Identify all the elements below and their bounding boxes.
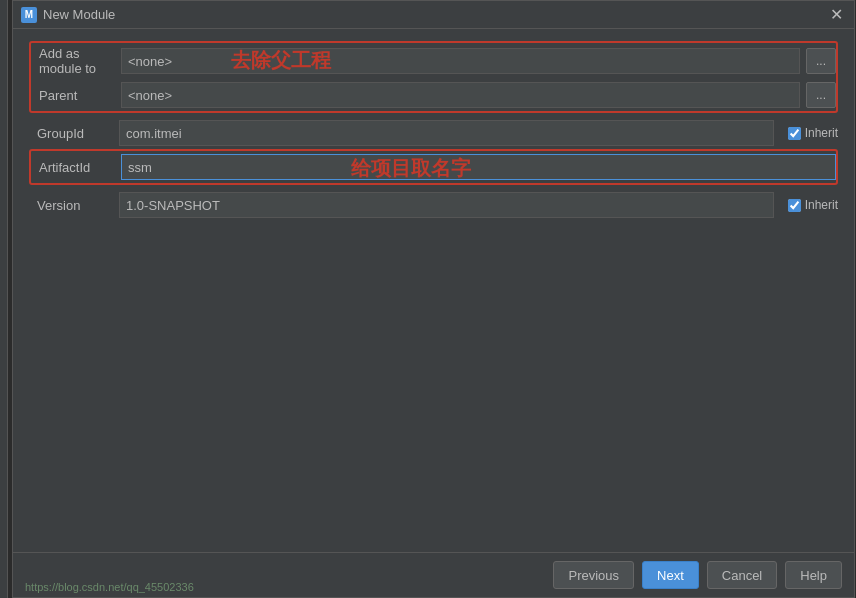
cancel-button[interactable]: Cancel — [707, 561, 777, 589]
groupid-row: GroupId Inherit — [29, 117, 838, 149]
version-inherit-wrap: Inherit — [788, 198, 838, 212]
artifactid-input[interactable] — [121, 154, 836, 180]
version-row: Version Inherit — [29, 189, 838, 221]
next-button[interactable]: Next — [642, 561, 699, 589]
add-as-module-row: Add as module to ... — [31, 43, 836, 79]
version-label: Version — [29, 198, 119, 213]
add-as-module-label: Add as module to — [31, 46, 121, 76]
artifactid-label: ArtifactId — [31, 160, 121, 175]
version-inherit-checkbox[interactable] — [788, 199, 801, 212]
dialog-title: New Module — [43, 7, 115, 22]
dialog-footer: https://blog.csdn.net/qq_45502336 Previo… — [13, 552, 854, 597]
artifactid-input-wrap — [121, 154, 836, 180]
close-button[interactable]: ✕ — [826, 5, 846, 25]
parent-label: Parent — [31, 88, 121, 103]
dialog-body: Add as module to ... Parent ... — [13, 29, 854, 552]
title-bar-left: M New Module — [21, 7, 115, 23]
version-inherit-label: Inherit — [805, 198, 838, 212]
groupid-label: GroupId — [29, 126, 119, 141]
groupid-input-wrap: Inherit — [119, 120, 838, 146]
previous-button[interactable]: Previous — [553, 561, 634, 589]
groupid-inherit-checkbox[interactable] — [788, 127, 801, 140]
groupid-input[interactable] — [119, 120, 774, 146]
artifactid-section: ArtifactId 给项目取名字 — [29, 149, 838, 185]
empty-content-area — [29, 221, 838, 540]
left-sidebar-strip — [0, 0, 8, 598]
add-as-module-browse-button[interactable]: ... — [806, 48, 836, 74]
footer-url: https://blog.csdn.net/qq_45502336 — [25, 581, 194, 593]
parent-row: Parent ... — [31, 79, 836, 111]
title-bar: M New Module ✕ — [13, 1, 854, 29]
parent-input-wrap: ... — [121, 82, 836, 108]
top-section: Add as module to ... Parent ... — [29, 41, 838, 113]
add-as-module-input-wrap: ... — [121, 48, 836, 74]
help-button[interactable]: Help — [785, 561, 842, 589]
new-module-dialog: M New Module ✕ Add as module to ... Pare… — [12, 0, 855, 598]
version-input[interactable] — [119, 192, 774, 218]
dialog-icon: M — [21, 7, 37, 23]
groupid-inherit-wrap: Inherit — [788, 126, 838, 140]
version-input-wrap: Inherit — [119, 192, 838, 218]
add-as-module-input[interactable] — [121, 48, 800, 74]
parent-browse-button[interactable]: ... — [806, 82, 836, 108]
groupid-inherit-label: Inherit — [805, 126, 838, 140]
artifactid-row: ArtifactId — [31, 151, 836, 183]
parent-input[interactable] — [121, 82, 800, 108]
